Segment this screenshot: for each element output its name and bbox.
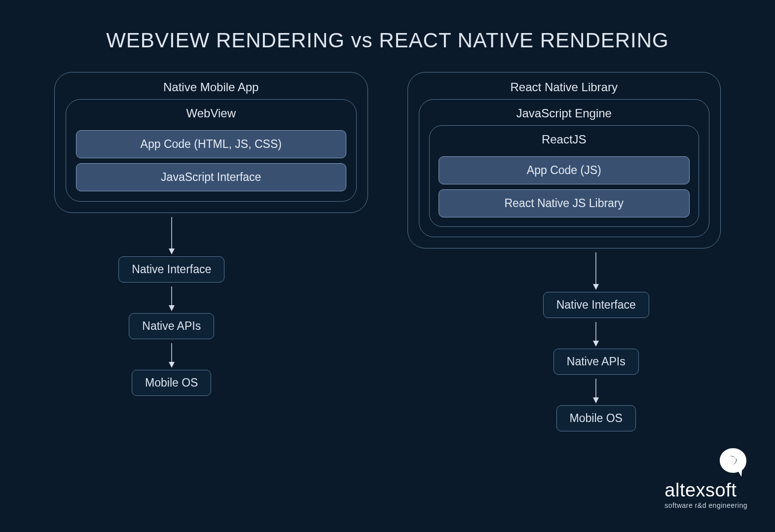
arrow-icon: [595, 252, 596, 288]
arrow-icon: [595, 322, 596, 345]
diagram-title: WEBVIEW RENDERING vs REACT NATIVE RENDER…: [0, 0, 775, 52]
left-column: Native Mobile App WebView App Code (HTML…: [54, 72, 368, 431]
arrow-icon: [595, 379, 596, 401]
left-flow-chain: Native Interface Native APIs Mobile OS: [15, 213, 329, 396]
right-outer-label: React Native Library: [419, 78, 710, 99]
right-flow-chain: Native Interface Native APIs Mobile OS: [440, 248, 753, 431]
svg-marker-7: [593, 284, 599, 290]
logo-mark-icon: [664, 447, 747, 478]
svg-marker-5: [169, 362, 175, 368]
right-mid-label: JavaScript Engine: [429, 105, 700, 125]
left-outer-container: Native Mobile App WebView App Code (HTML…: [54, 72, 368, 213]
left-flow-native-apis: Native APIs: [129, 313, 214, 339]
right-block-rn-library: React Native JS Library: [439, 189, 690, 217]
left-outer-label: Native Mobile App: [66, 78, 357, 99]
left-mid-label: WebView: [76, 105, 346, 125]
diagram-body: Native Mobile App WebView App Code (HTML…: [0, 52, 775, 431]
right-flow-native-interface: Native Interface: [543, 292, 649, 318]
right-mid-container: JavaScript Engine ReactJS App Code (JS) …: [419, 99, 710, 237]
svg-marker-9: [593, 341, 599, 347]
svg-marker-1: [169, 248, 175, 254]
right-outer-container: React Native Library JavaScript Engine R…: [407, 72, 721, 248]
right-column: React Native Library JavaScript Engine R…: [407, 72, 721, 431]
brand-logo: altexsoft software r&d engineering: [664, 447, 747, 509]
left-block-jsinterface: JavaScript Interface: [76, 163, 346, 191]
arrow-icon: [171, 286, 172, 309]
svg-marker-3: [169, 305, 175, 311]
logo-name: altexsoft: [664, 481, 747, 499]
left-block-appcode: App Code (HTML, JS, CSS): [76, 130, 346, 158]
right-inner-container: ReactJS App Code (JS) React Native JS Li…: [429, 125, 700, 227]
svg-marker-11: [593, 397, 599, 403]
right-flow-native-apis: Native APIs: [554, 349, 639, 375]
left-mid-container: WebView App Code (HTML, JS, CSS) JavaScr…: [66, 99, 357, 202]
left-flow-native-interface: Native Interface: [118, 256, 224, 283]
right-inner-label: ReactJS: [439, 131, 690, 151]
left-flow-mobile-os: Mobile OS: [132, 370, 211, 396]
arrow-icon: [171, 343, 172, 366]
right-block-appcode: App Code (JS): [439, 156, 690, 184]
arrow-icon: [171, 217, 172, 252]
logo-tagline: software r&d engineering: [664, 501, 747, 509]
right-flow-mobile-os: Mobile OS: [556, 405, 636, 431]
